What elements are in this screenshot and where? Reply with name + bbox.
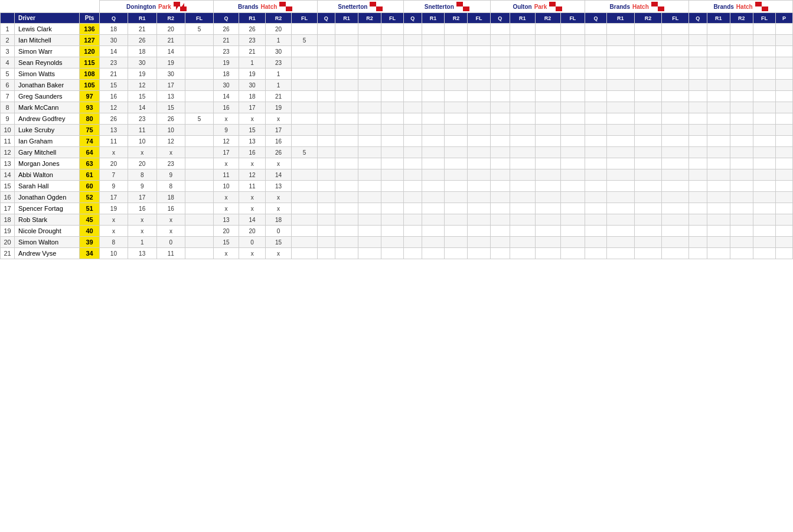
data-cell bbox=[689, 248, 707, 259]
data-cell: 20 bbox=[239, 226, 265, 237]
data-cell bbox=[292, 181, 317, 192]
bh2-r1: R1 bbox=[606, 13, 634, 24]
data-cell bbox=[422, 226, 445, 237]
data-cell: x bbox=[156, 226, 185, 237]
data-cell bbox=[730, 113, 753, 125]
data-cell bbox=[707, 24, 730, 35]
svg-rect-6 bbox=[279, 2, 286, 6]
data-cell: 16 bbox=[128, 203, 156, 214]
data-cell bbox=[662, 158, 689, 169]
data-cell bbox=[422, 136, 445, 147]
data-cell: 20 bbox=[156, 24, 185, 35]
data-cell bbox=[468, 57, 490, 68]
brands1-flag bbox=[279, 2, 292, 11]
data-cell bbox=[335, 68, 358, 80]
data-cell bbox=[634, 203, 662, 214]
data-cell bbox=[490, 237, 510, 248]
data-cell: 13 bbox=[156, 91, 185, 102]
data-cell bbox=[753, 24, 775, 35]
data-cell bbox=[535, 24, 560, 35]
data-cell bbox=[662, 125, 689, 136]
data-cell: 0 bbox=[239, 237, 265, 248]
data-cell bbox=[404, 80, 422, 91]
data-cell bbox=[422, 237, 445, 248]
data-cell bbox=[560, 24, 585, 35]
driver-name-cell: Andrew Vyse bbox=[15, 248, 80, 259]
data-cell bbox=[335, 226, 358, 237]
data-cell bbox=[404, 125, 422, 136]
data-cell bbox=[730, 91, 753, 102]
data-cell: 23 bbox=[156, 158, 185, 169]
data-cell bbox=[535, 248, 560, 259]
data-cell: 26 bbox=[128, 35, 156, 46]
data-cell bbox=[335, 91, 358, 102]
data-cell bbox=[381, 46, 404, 57]
data-cell bbox=[730, 158, 753, 169]
op-fl: FL bbox=[560, 13, 585, 24]
data-cell bbox=[468, 91, 490, 102]
data-cell bbox=[560, 214, 585, 226]
data-cell bbox=[535, 181, 560, 192]
data-cell: x bbox=[265, 158, 291, 169]
data-cell bbox=[776, 35, 793, 46]
data-cell bbox=[422, 147, 445, 158]
data-cell bbox=[358, 158, 381, 169]
data-cell bbox=[445, 80, 468, 91]
data-cell bbox=[358, 24, 381, 35]
data-cell bbox=[707, 226, 730, 237]
data-cell: 1 bbox=[265, 80, 291, 91]
pos-cell: 3 bbox=[1, 46, 15, 57]
data-cell bbox=[381, 68, 404, 80]
data-cell bbox=[468, 46, 490, 57]
bh2-q: Q bbox=[585, 13, 607, 24]
driver-name-cell: Simon Walton bbox=[15, 237, 80, 248]
pts-cell: 127 bbox=[80, 35, 100, 46]
data-cell bbox=[560, 102, 585, 113]
data-cell bbox=[776, 226, 793, 237]
data-cell bbox=[510, 169, 535, 181]
data-cell: 16 bbox=[156, 203, 185, 214]
data-cell bbox=[776, 136, 793, 147]
data-cell bbox=[510, 125, 535, 136]
data-cell bbox=[510, 192, 535, 203]
data-cell bbox=[560, 169, 585, 181]
data-cell bbox=[707, 181, 730, 192]
data-cell bbox=[560, 136, 585, 147]
data-cell: 14 bbox=[156, 46, 185, 57]
data-cell bbox=[753, 125, 775, 136]
data-cell bbox=[707, 248, 730, 259]
data-cell: 18 bbox=[156, 192, 185, 203]
data-cell: x bbox=[128, 214, 156, 226]
driver-name-cell: Abbi Walton bbox=[15, 169, 80, 181]
data-cell bbox=[490, 125, 510, 136]
data-cell bbox=[490, 46, 510, 57]
table-row: 17Spencer Fortag51191616xxx bbox=[1, 203, 793, 214]
data-cell bbox=[422, 68, 445, 80]
data-cell bbox=[753, 136, 775, 147]
data-cell bbox=[317, 91, 335, 102]
data-cell: 26 bbox=[156, 113, 185, 125]
data-cell bbox=[490, 80, 510, 91]
data-cell bbox=[381, 203, 404, 214]
data-cell bbox=[585, 214, 607, 226]
pts-cell: 45 bbox=[80, 214, 100, 226]
data-cell bbox=[634, 248, 662, 259]
data-cell: 19 bbox=[128, 68, 156, 80]
data-cell bbox=[335, 113, 358, 125]
table-row: 7Greg Saunders97161513141821 bbox=[1, 91, 793, 102]
data-cell: 15 bbox=[239, 125, 265, 136]
data-cell bbox=[776, 24, 793, 35]
data-cell bbox=[606, 125, 634, 136]
data-cell bbox=[535, 113, 560, 125]
data-cell bbox=[689, 169, 707, 181]
table-row: 21Andrew Vyse34101311xxx bbox=[1, 248, 793, 259]
table-row: 6Jonathan Baker10515121730301 bbox=[1, 80, 793, 91]
data-cell bbox=[560, 203, 585, 214]
data-cell bbox=[730, 169, 753, 181]
data-cell bbox=[753, 57, 775, 68]
data-cell bbox=[753, 46, 775, 57]
data-cell bbox=[317, 24, 335, 35]
data-cell bbox=[335, 214, 358, 226]
data-cell bbox=[404, 35, 422, 46]
pts-cell: 74 bbox=[80, 136, 100, 147]
